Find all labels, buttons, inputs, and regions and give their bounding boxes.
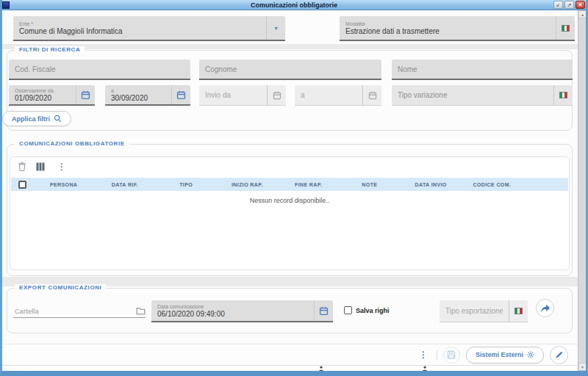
- grid-toolbar: ⋮: [18, 162, 69, 172]
- invio-da-calendar-button: [267, 85, 286, 105]
- window-controls: ↙ ↗ ✕: [553, 1, 585, 9]
- maximize-button[interactable]: ↗: [564, 1, 574, 9]
- modalita-text: Modalità Estrazione dati a trasmettere: [340, 19, 556, 37]
- data-comunicazione-field[interactable]: Data comunicazione 06/10/2020 09:49:00: [151, 300, 333, 322]
- cartella-input[interactable]: [13, 307, 136, 317]
- cod-fiscale-field[interactable]: [9, 59, 190, 80]
- user-icon: [422, 366, 428, 372]
- select-all-cell: [11, 181, 33, 189]
- ente-value: Comune di Maggioli Informatica: [19, 27, 260, 36]
- column-header-data-rif[interactable]: DATA RIF.: [94, 182, 155, 187]
- salva-righi-checkbox[interactable]: [344, 306, 352, 314]
- nome-input[interactable]: [392, 65, 573, 73]
- osservazione-a-field[interactable]: a 30/09/2020: [105, 85, 190, 106]
- invio-da-input[interactable]: [199, 91, 267, 99]
- window-content: Ente * Comune di Maggioli Informatica ▾ …: [2, 10, 586, 371]
- applica-filtri-label: Applica filtri: [12, 115, 50, 123]
- data-comunicazione-calendar-button[interactable]: [314, 300, 333, 321]
- pencil-icon: [555, 350, 564, 359]
- nome-field[interactable]: [392, 59, 573, 80]
- osservazione-a-value: 30/09/2020: [111, 94, 165, 103]
- modalita-value: Estrazione dati a trasmettere: [345, 27, 550, 36]
- close-button[interactable]: ✕: [576, 1, 585, 9]
- share-arrow-icon: [540, 304, 551, 313]
- tipo-esportazione-flag-button: [509, 300, 528, 322]
- export-legend: EXPORT COMUNICAZIONI: [15, 284, 106, 291]
- tipo-esportazione-field: [440, 300, 528, 322]
- chevron-down-icon: ▾: [274, 25, 277, 32]
- footer-action-bar: ⋮ Sistemi Esterni: [2, 344, 578, 365]
- columns-icon[interactable]: [36, 162, 45, 171]
- column-header-tipo[interactable]: TIPO: [156, 182, 217, 187]
- filtri-legend: FILTRI DI RICERCA: [15, 46, 85, 53]
- gear-icon: [527, 351, 534, 358]
- data-comunicazione-value: 06/10/2020 09:49:00: [157, 310, 308, 319]
- column-header-note[interactable]: NOTE: [339, 182, 400, 187]
- data-comunicazione-label: Data comunicazione: [157, 303, 308, 310]
- comunicazioni-obbligatorie-section: COMUNICAZIONI OBBLIGATORIE ⋮ PERSONA DAT…: [7, 144, 573, 276]
- applica-filtri-button[interactable]: Applica filtri: [2, 111, 71, 126]
- column-header-data-invio[interactable]: DATA INVIO: [401, 182, 462, 187]
- sistemi-esterni-label: Sistemi Esterni: [476, 351, 523, 358]
- app-icon: [2, 1, 10, 9]
- calendar-icon: [368, 91, 377, 100]
- scroll-down-button[interactable]: ▼: [578, 363, 587, 371]
- tipo-variazione-input[interactable]: [392, 91, 553, 99]
- calendar-icon: [176, 90, 186, 100]
- osservazione-da-text: Osservazione da 01/09/2020: [9, 86, 76, 104]
- edit-button[interactable]: [550, 346, 568, 364]
- calendar-icon: [81, 90, 90, 100]
- select-all-checkbox[interactable]: [18, 181, 26, 189]
- window-titlebar: Comunicazioni obbligatorie ↙ ↗ ✕: [0, 0, 588, 10]
- osservazione-a-label: a: [111, 87, 165, 94]
- footer-separator: [437, 350, 437, 360]
- grid-header-row: PERSONA DATA RIF. TIPO INIZIO RAP. FINE …: [11, 178, 568, 191]
- trash-icon[interactable]: [18, 162, 26, 172]
- comunicazioni-legend: COMUNICAZIONI OBBLIGATORIE: [15, 140, 129, 147]
- osservazione-da-field[interactable]: Osservazione da 01/09/2020: [9, 85, 95, 106]
- modalita-select[interactable]: Modalità Estrazione dati a trasmettere: [340, 16, 575, 41]
- invio-a-input[interactable]: [295, 91, 362, 99]
- tipo-variazione-flag-button[interactable]: [553, 85, 573, 105]
- restore-down-button[interactable]: ↙: [553, 1, 563, 9]
- osservazione-a-calendar-button[interactable]: [171, 85, 190, 104]
- osservazione-a-text: a 30/09/2020: [105, 86, 171, 104]
- invio-da-field: [199, 85, 286, 106]
- salva-righi-label: Salva righi: [356, 307, 390, 314]
- ente-select[interactable]: Ente * Comune di Maggioli Informatica ▾: [13, 16, 285, 41]
- column-header-codice-com[interactable]: CODICE COM.: [462, 182, 523, 187]
- invio-a-calendar-button: [362, 85, 381, 105]
- column-header-inizio-rap[interactable]: INIZIO RAP.: [217, 182, 278, 187]
- status-strip: [2, 365, 578, 371]
- italy-flag-icon: [514, 308, 523, 314]
- save-button[interactable]: [443, 347, 460, 364]
- osservazione-da-calendar-button[interactable]: [76, 85, 95, 104]
- section-divider: [2, 44, 578, 49]
- cognome-input[interactable]: [199, 65, 381, 73]
- grid-menu-button[interactable]: ⋮: [54, 162, 69, 172]
- tipo-esportazione-input[interactable]: [440, 307, 509, 315]
- tipo-variazione-field[interactable]: [392, 85, 573, 106]
- column-header-fine-rap[interactable]: FINE RAP.: [278, 182, 339, 187]
- grid-card: ⋮ PERSONA DATA RIF. TIPO INIZIO RAP. FIN…: [10, 156, 570, 270]
- scroll-up-button[interactable]: ▲: [578, 10, 587, 18]
- filtri-di-ricerca-section: FILTRI DI RICERCA Osservazione da 01/09/…: [7, 50, 573, 131]
- osservazione-da-label: Osservazione da: [15, 87, 70, 94]
- floppy-icon: [447, 350, 456, 359]
- vertical-scrollbar[interactable]: ▲ ▼: [578, 10, 586, 371]
- folder-icon[interactable]: [136, 307, 146, 315]
- modalita-flag-button[interactable]: [556, 16, 575, 40]
- cognome-field[interactable]: [199, 59, 381, 80]
- cod-fiscale-input[interactable]: [9, 65, 190, 73]
- column-header-persona[interactable]: PERSONA: [33, 182, 94, 187]
- modalita-label: Modalità: [345, 21, 550, 27]
- cartella-field[interactable]: [13, 305, 146, 318]
- sistemi-esterni-button[interactable]: Sistemi Esterni: [466, 347, 544, 364]
- salva-righi-row: Salva righi: [344, 306, 390, 314]
- osservazione-da-value: 01/09/2020: [15, 94, 70, 103]
- footer-menu-button[interactable]: ⋮: [416, 350, 431, 360]
- italy-flag-icon: [559, 92, 567, 98]
- user-icon: [318, 366, 324, 372]
- ente-dropdown-button[interactable]: ▾: [266, 16, 285, 40]
- export-button[interactable]: [536, 299, 554, 317]
